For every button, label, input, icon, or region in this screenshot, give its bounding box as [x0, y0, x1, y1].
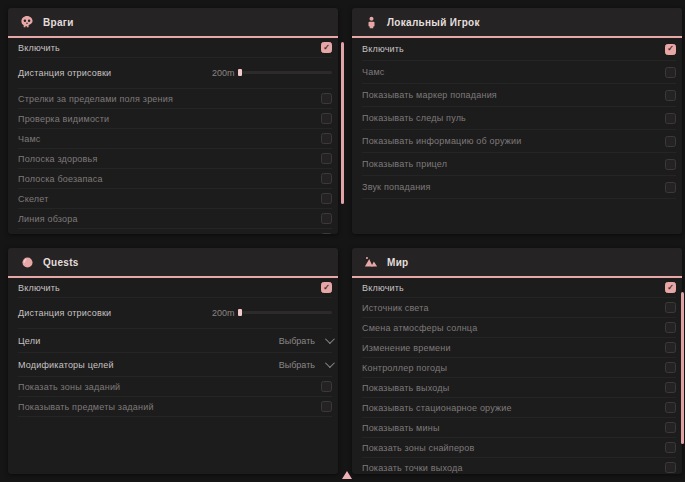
setting-label: Источник света: [362, 303, 429, 313]
cursor-triangle: [342, 471, 352, 479]
checkbox[interactable]: [321, 173, 332, 184]
dropdown-setting-row: Модификаторы целей Выбрать: [18, 353, 332, 377]
slider-handle[interactable]: [238, 309, 242, 316]
mountain-icon: [364, 255, 378, 269]
checkbox[interactable]: ✓: [665, 44, 676, 55]
checkbox[interactable]: [321, 213, 332, 224]
setting-label: Чамс: [18, 134, 41, 144]
setting-label: Модификаторы целей: [18, 360, 114, 370]
checkbox[interactable]: [321, 153, 332, 164]
quest-icon: [20, 255, 34, 269]
setting-row: Показать зоны заданий: [18, 377, 332, 397]
setting-label: Проверка видимости: [18, 114, 109, 124]
setting-row: Включить ✓: [362, 278, 676, 298]
setting-label: Показывать следы пуль: [362, 113, 466, 123]
checkbox[interactable]: [665, 182, 676, 193]
checkbox[interactable]: [665, 362, 676, 373]
setting-row: Смена атмосферы солнца: [362, 318, 676, 338]
setting-label: Показывать мины: [362, 423, 440, 433]
setting-row: Показать зоны снайперов: [362, 438, 676, 458]
checkbox[interactable]: [321, 93, 332, 104]
panel-enemies: Враги Включить ✓ Дистанция отрисовки 200…: [8, 8, 338, 234]
checkbox[interactable]: [665, 67, 676, 78]
setting-label: Цели: [18, 336, 40, 346]
checkbox[interactable]: [665, 159, 676, 170]
panel-title: Quests: [43, 257, 79, 268]
checkbox[interactable]: [665, 422, 676, 433]
setting-label: Показывать прицел: [362, 159, 447, 169]
setting-label: Изменение времени: [362, 343, 451, 353]
checkbox[interactable]: [321, 113, 332, 124]
skull-icon: [20, 15, 34, 29]
checkbox[interactable]: ✓: [665, 282, 676, 293]
setting-label: Включить: [18, 43, 60, 53]
setting-row: Показывать следы пуль: [18, 229, 332, 234]
setting-row: Показывать предметы заданий: [18, 397, 332, 417]
panel-enemies-header: Враги: [8, 8, 338, 38]
checkbox[interactable]: [665, 382, 676, 393]
panel-world: Мир Включить ✓ Источник света Смена атмо…: [352, 248, 682, 474]
checkbox[interactable]: [665, 322, 676, 333]
checkbox[interactable]: ✓: [321, 42, 332, 53]
setting-label: Скелет: [18, 194, 49, 204]
checkbox[interactable]: [321, 193, 332, 204]
setting-label: Включить: [362, 283, 404, 293]
checkbox[interactable]: [665, 402, 676, 413]
setting-label: Стрелки за пределами поля зрения: [18, 94, 173, 104]
checkbox[interactable]: [665, 342, 676, 353]
setting-row: Показывать маркер попадания: [362, 84, 676, 107]
setting-row: Чамс: [362, 61, 676, 84]
setting-label: Показывать информацию об оружии: [362, 136, 521, 146]
checkbox[interactable]: [665, 90, 676, 101]
panel-world-header: Мир: [352, 248, 682, 278]
setting-label: Чамс: [362, 67, 385, 77]
dropdown-value: Выбрать: [279, 360, 315, 370]
checkbox[interactable]: [665, 442, 676, 453]
checkbox[interactable]: [321, 401, 332, 412]
dropdown-setting-row: Цели Выбрать: [18, 329, 332, 353]
slider-setting-row: Дистанция отрисовки 200m: [18, 298, 332, 329]
slider-value: 200m: [212, 308, 235, 318]
setting-row: Показывать выходы: [362, 378, 676, 398]
slider[interactable]: [240, 311, 332, 314]
setting-row: Показывать мины: [362, 418, 676, 438]
panel-local-player-header: Локальный Игрок: [352, 8, 682, 38]
slider[interactable]: [240, 71, 332, 74]
panel-title: Локальный Игрок: [387, 17, 480, 28]
slider-handle[interactable]: [238, 69, 242, 76]
setting-row: Показывать стационарное оружие: [362, 398, 676, 418]
setting-label: Показывать следы пуль: [18, 234, 122, 235]
checkbox[interactable]: [665, 302, 676, 313]
checkbox[interactable]: [321, 233, 332, 234]
panel-quests-header: Quests: [8, 248, 338, 278]
setting-row: Скелет: [18, 189, 332, 209]
setting-row: Показывать следы пуль: [362, 107, 676, 130]
person-icon: [364, 15, 378, 29]
setting-label: Включить: [362, 44, 404, 54]
setting-label: Показывать стационарное оружие: [362, 403, 512, 413]
setting-row: Показывать информацию об оружии: [362, 130, 676, 153]
setting-row: Включить ✓: [362, 38, 676, 61]
setting-row: Звук попадания: [362, 176, 676, 199]
setting-label: Контроллер погоды: [362, 363, 447, 373]
setting-label: Показывать предметы заданий: [18, 402, 154, 412]
chevron-down-icon: [325, 334, 335, 344]
checkbox[interactable]: [321, 133, 332, 144]
setting-label: Показать точки выхода: [362, 463, 463, 473]
scrollbar-left-column[interactable]: [341, 42, 344, 204]
setting-row: Показывать прицел: [362, 153, 676, 176]
setting-row: Чамс: [18, 129, 332, 149]
checkbox[interactable]: [665, 462, 676, 473]
setting-row: Линия обзора: [18, 209, 332, 229]
scrollbar-right-column[interactable]: [681, 292, 684, 444]
dropdown[interactable]: Выбрать: [279, 336, 332, 346]
setting-label: Звук попадания: [362, 182, 431, 192]
dropdown[interactable]: Выбрать: [279, 360, 332, 370]
chevron-down-icon: [325, 358, 335, 368]
checkbox[interactable]: ✓: [321, 282, 332, 293]
checkbox[interactable]: [665, 136, 676, 147]
checkbox[interactable]: [321, 381, 332, 392]
setting-label: Показать зоны снайперов: [362, 443, 475, 453]
checkbox[interactable]: [665, 113, 676, 124]
mod-menu-page: Враги Включить ✓ Дистанция отрисовки 200…: [0, 0, 685, 482]
